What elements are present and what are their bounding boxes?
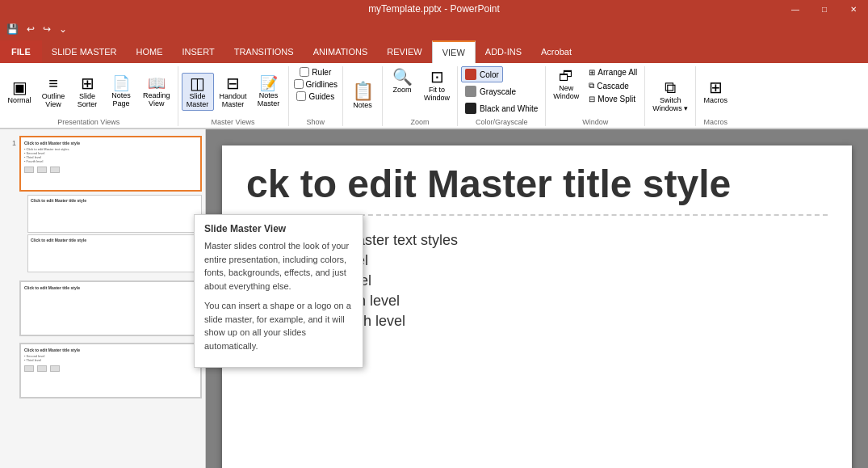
slide-2-title: Click to edit Master title style [24, 285, 197, 290]
switch-windows-button[interactable]: ⧉ SwitchWindows ▾ [648, 77, 692, 115]
maximize-button[interactable]: □ [810, 0, 839, 18]
ruler-checkbox[interactable] [300, 67, 309, 77]
outline-view-icon: ≡ [48, 75, 58, 91]
slide-1-body: • Click to edit Master text styles• Seco… [24, 147, 197, 163]
guides-label: Guides [308, 92, 334, 101]
fit-to-window-icon: ⊡ [430, 69, 444, 85]
master-title: ck to edit Master title style [246, 162, 828, 216]
macros-button[interactable]: ⊞ Macros [699, 77, 732, 107]
black-white-button[interactable]: Black and White [461, 100, 542, 116]
color-label: Color [480, 70, 499, 79]
group-notes: 📋 Notes [343, 66, 383, 126]
slide-3-image[interactable]: Click to edit Master title style • Secon… [19, 343, 202, 398]
redo-button[interactable]: ↪ [40, 22, 54, 36]
guides-checkbox[interactable] [296, 91, 306, 101]
slide-3-body: • Second level• Third level [24, 354, 197, 362]
color-button[interactable]: Color [461, 66, 503, 82]
notes-page-button[interactable]: 📄 NotesPage [105, 74, 137, 110]
move-split-icon: ⊟ [589, 95, 595, 103]
tooltip-paragraph-2: You can insert a shape or a logo on a sl… [204, 299, 353, 352]
group-presentation-views-label: Presentation Views [57, 118, 120, 126]
group-zoom-label: Zoom [411, 118, 430, 126]
master-views-buttons: ◫ SlideMaster ⊟ HandoutMaster 📝 NotesMas… [182, 66, 285, 116]
tab-slide-master[interactable]: SLIDE MASTER [42, 40, 127, 63]
switch-windows-label: SwitchWindows ▾ [652, 96, 688, 112]
show-checkboxes: Ruler Gridlines Guides [292, 66, 339, 116]
tab-review[interactable]: REVIEW [377, 40, 431, 63]
reading-view-button[interactable]: 📖 ReadingView [139, 74, 174, 110]
notes-master-icon: 📝 [260, 76, 278, 91]
slide-3-title: Click to edit Master title style [24, 348, 197, 352]
notes-button[interactable]: 📋 Notes [346, 80, 379, 112]
macros-label: Macros [704, 96, 728, 104]
zoom-button[interactable]: 🔍 Zoom [386, 66, 418, 116]
body-level-5: Fifth level [343, 313, 828, 330]
slide-1-sub-2[interactable]: Click to edit Master title style [27, 234, 202, 272]
ribbon: FILE SLIDE MASTER HOME INSERT TRANSITION… [0, 40, 868, 129]
ruler-checkbox-item[interactable]: Ruler [298, 66, 333, 78]
save-button[interactable]: 💾 [3, 22, 22, 36]
minimize-button[interactable]: — [781, 0, 810, 18]
slide-num-1: 1 [3, 139, 16, 147]
customize-quick-access-button[interactable]: ⌄ [56, 22, 70, 36]
slide-thumb-2[interactable]: Click to edit Master title style [19, 280, 202, 336]
body-level-5-list: Fifth level [324, 313, 828, 330]
tooltip-paragraph-1: Master slides control the look of your e… [204, 239, 353, 293]
gridlines-checkbox[interactable] [294, 79, 304, 89]
window-sub-buttons: ⊞ Arrange All ⧉ Cascade ⊟ Move Split [585, 66, 641, 105]
move-split-button[interactable]: ⊟ Move Split [585, 93, 641, 105]
normal-view-button[interactable]: ▣ Normal [3, 77, 36, 107]
slide-1-sub-1[interactable]: Click to edit Master title style [27, 195, 202, 233]
tab-file[interactable]: FILE [0, 40, 42, 63]
slide-thumb-1[interactable]: 1 Click to edit Master title style • Cli… [3, 136, 202, 274]
slide-1-inner: Click to edit Master title style • Click… [21, 137, 200, 190]
outline-view-button[interactable]: ≡ OutlineView [37, 73, 69, 111]
new-window-button[interactable]: 🗗 NewWindow [549, 66, 583, 103]
handout-master-button[interactable]: ⊟ HandoutMaster [216, 73, 251, 111]
undo-button[interactable]: ↩ [23, 22, 38, 36]
guides-checkbox-item[interactable]: Guides [295, 91, 336, 102]
slide-2-image[interactable]: Click to edit Master title style [19, 280, 202, 336]
slide-sorter-icon: ⊞ [81, 75, 94, 91]
title-bar-controls[interactable]: — □ ✕ [781, 0, 868, 18]
tab-insert[interactable]: INSERT [173, 40, 224, 63]
slide-thumb-3[interactable]: Click to edit Master title style • Secon… [19, 343, 202, 398]
notes-label: Notes [353, 101, 372, 109]
fit-to-window-label: Fit toWindow [424, 86, 450, 102]
outline-view-label: OutlineView [42, 92, 65, 108]
arrange-all-button[interactable]: ⊞ Arrange All [585, 66, 641, 78]
close-button[interactable]: ✕ [839, 0, 868, 18]
group-presentation-views: ▣ Normal ≡ OutlineView ⊞ SlideSorter 📄 N… [0, 66, 178, 126]
master-title-text: ck to edit Master title style [246, 162, 731, 205]
tooltip-title: Slide Master View [204, 223, 353, 234]
normal-view-icon: ▣ [12, 79, 27, 95]
group-zoom: 🔍 Zoom ⊡ Fit toWindow Zoom [383, 66, 458, 126]
tab-add-ins[interactable]: ADD-INS [476, 40, 531, 63]
cascade-button[interactable]: ⧉ Cascade [585, 79, 641, 92]
new-window-icon: 🗗 [559, 69, 573, 83]
group-master-views: ◫ SlideMaster ⊟ HandoutMaster 📝 NotesMas… [178, 66, 289, 126]
group-show: Ruler Gridlines Guides Show [289, 66, 343, 126]
tab-animations[interactable]: ANIMATIONS [304, 40, 378, 63]
notes-master-label: NotesMaster [258, 91, 280, 108]
slide-master-button[interactable]: ◫ SlideMaster [182, 73, 214, 111]
grayscale-button[interactable]: Grayscale [461, 83, 520, 99]
cascade-icon: ⧉ [589, 81, 594, 91]
tab-home[interactable]: HOME [127, 40, 173, 63]
notes-master-button[interactable]: 📝 NotesMaster [253, 74, 285, 110]
slide-1-sub-2-title: Click to edit Master title style [31, 238, 199, 242]
tab-view[interactable]: VIEW [432, 40, 476, 63]
arrange-all-icon: ⊞ [589, 68, 595, 77]
group-color-grayscale-label: Color/Grayscale [476, 118, 528, 126]
new-window-label: NewWindow [553, 84, 579, 100]
color-swatch [465, 69, 476, 80]
slide-sorter-button[interactable]: ⊞ SlideSorter [71, 73, 103, 111]
tab-acrobat[interactable]: Acrobat [531, 40, 581, 63]
fit-to-window-button[interactable]: ⊡ Fit toWindow [420, 66, 454, 116]
tab-transitions[interactable]: TRANSITIONS [224, 40, 304, 63]
slide-1-image[interactable]: Click to edit Master title style • Click… [19, 136, 202, 192]
slide-1-icon-3 [50, 167, 60, 173]
macros-icon: ⊞ [709, 79, 723, 95]
group-master-views-label: Master Views [212, 118, 255, 126]
gridlines-checkbox-item[interactable]: Gridlines [292, 78, 339, 90]
